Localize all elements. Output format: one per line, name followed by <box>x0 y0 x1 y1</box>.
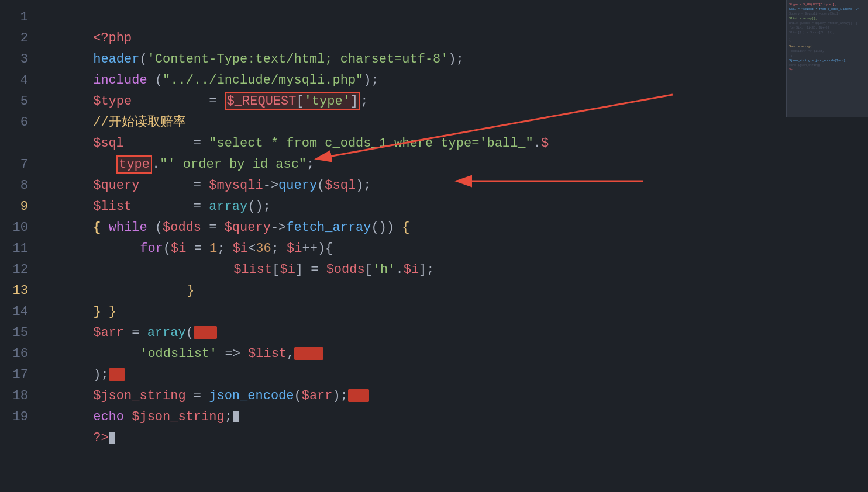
line-num-9: 8 <box>0 175 28 196</box>
line-num-5: 5 <box>0 91 28 112</box>
code-line-3: include ("../../include/mysqli.php"); <box>47 49 868 70</box>
cursor2 <box>109 432 115 444</box>
line-num-12: 11 <box>0 238 28 259</box>
line-num-11: 10 <box>0 217 28 238</box>
code-line-9: $list = array(); <box>47 175 868 196</box>
line-num-8: 7 <box>0 154 28 175</box>
line-num-6: 6 <box>0 112 28 133</box>
code-line-12: $list[$i] = $odds['h'.$i]; <box>47 238 868 259</box>
line-num-10: 9 <box>0 196 28 217</box>
code-line-8: $query = $mysqli->query($sql); <box>47 154 868 175</box>
code-line-14: } } <box>47 280 868 302</box>
line-num-14: 13 <box>0 280 28 302</box>
code-line-4: $type = $_REQUEST['type']; <box>47 70 868 91</box>
line-num-7 <box>0 133 28 154</box>
line-num-15: 14 <box>0 302 28 323</box>
code-line-19: echo $json_string; <box>47 386 868 407</box>
code-line-20: ?> <box>47 407 868 428</box>
line-num-13: 12 <box>0 259 28 280</box>
code-line-16: 'oddslist' => $list, <box>47 323 868 344</box>
line-num-4: 4 <box>0 70 28 91</box>
line-num-20: 19 <box>0 407 28 428</box>
line-num-17: 16 <box>0 344 28 365</box>
code-line-2: header('Content-Type:text/html; charset=… <box>47 28 868 49</box>
code-line-5: //开始读取赔率 <box>47 91 868 112</box>
code-line-13: } <box>47 259 868 280</box>
line-num-2: 2 <box>0 28 28 49</box>
line-num-3: 3 <box>0 49 28 70</box>
code-editor: 1 2 3 4 5 6 7 8 9 10 11 12 13 14 15 16 1… <box>0 0 868 492</box>
code-line-17: ); <box>47 344 868 365</box>
code-line-10: { while ($odds = $query->fetch_array()) … <box>47 196 868 217</box>
minimap-panel: $type = $_REQUEST[' type']; $sql = "sele… <box>786 0 868 117</box>
code-line-6: $sql = "select * from c_odds_1 where typ… <box>47 112 868 133</box>
line-numbers: 1 2 3 4 5 6 7 8 9 10 11 12 13 14 15 16 1… <box>0 0 35 492</box>
line-num-19: 18 <box>0 386 28 407</box>
line-num-16: 15 <box>0 323 28 344</box>
line-num-1: 1 <box>0 7 28 28</box>
code-content: <?php header('Content-Type:text/html; ch… <box>35 0 868 492</box>
code-line-15: $arr = array( <box>47 302 868 323</box>
minimap-line-1: $type = $_REQUEST[' type']; <box>789 3 866 7</box>
code-line-11: for($i = 1; $i<36; $i++){ <box>47 217 868 238</box>
code-line-1: <?php <box>47 7 868 28</box>
code-line-18: $json_string = json_encode($arr); <box>47 365 868 386</box>
code-line-7: type."' order by id asc"; <box>47 133 868 154</box>
line-num-18: 17 <box>0 365 28 386</box>
